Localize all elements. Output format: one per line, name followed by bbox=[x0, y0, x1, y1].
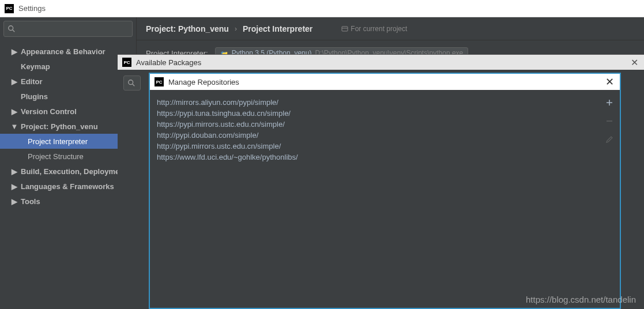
svg-rect-2 bbox=[342, 27, 348, 31]
sidebar-search-input[interactable] bbox=[3, 21, 133, 37]
pencil-icon bbox=[605, 135, 613, 144]
window-title: Settings bbox=[18, 4, 46, 13]
sidebar-item-plugins[interactable]: Plugins bbox=[0, 89, 136, 104]
minus-icon bbox=[605, 117, 613, 125]
chevron-right-icon: ▶ bbox=[12, 47, 17, 56]
manage-repositories-dialog: PC Manage Repositories ✕ http://mirrors.… bbox=[149, 73, 621, 309]
breadcrumb-main: Project: Python_venu bbox=[146, 24, 229, 33]
breadcrumb-sub: Project Interpreter bbox=[243, 24, 312, 33]
current-project-hint: For current project bbox=[341, 25, 407, 33]
pycharm-icon: PC bbox=[5, 4, 14, 13]
watermark: https://blog.csdn.net/tandelin bbox=[526, 295, 636, 304]
repos-toolbar bbox=[599, 90, 620, 308]
available-packages-title-bar[interactable]: PC Available Packages ✕ bbox=[118, 55, 644, 70]
sidebar-item-editor[interactable]: ▶ Editor bbox=[0, 74, 136, 89]
list-item[interactable]: https://pypi.tuna.tsinghua.edu.cn/simple… bbox=[157, 108, 592, 119]
sidebar-item-label: Project: Python_venu bbox=[21, 122, 98, 131]
sidebar-item-label: Plugins bbox=[21, 92, 48, 101]
available-packages-title: Available Packages bbox=[136, 58, 201, 67]
list-item[interactable]: http://pypi.mirrors.ustc.edu.cn/simple/ bbox=[157, 141, 592, 152]
pycharm-icon: PC bbox=[155, 77, 164, 86]
search-icon bbox=[127, 79, 135, 87]
list-item[interactable]: http://mirrors.aliyun.com/pypi/simple/ bbox=[157, 97, 592, 108]
list-item[interactable]: https://pypi.mirrors.ustc.edu.cn/simple/ bbox=[157, 119, 592, 130]
chevron-right-icon: ▶ bbox=[12, 182, 17, 191]
project-scope-icon bbox=[341, 25, 348, 32]
chevron-right-icon: ▶ bbox=[12, 77, 17, 86]
sidebar-item-tools[interactable]: ▶ Tools bbox=[0, 194, 136, 209]
sidebar-item-label: Tools bbox=[21, 197, 40, 206]
settings-tree: ▶ Appearance & Behavior Keymap ▶ Editor … bbox=[0, 40, 136, 309]
sidebar-item-appearance[interactable]: ▶ Appearance & Behavior bbox=[0, 44, 136, 59]
manage-repos-title-bar[interactable]: PC Manage Repositories ✕ bbox=[150, 74, 620, 90]
sidebar-item-label: Project Interpreter bbox=[28, 137, 88, 146]
sidebar-item-build[interactable]: ▶ Build, Execution, Deployment bbox=[0, 164, 136, 179]
close-icon[interactable]: ✕ bbox=[631, 57, 638, 68]
sidebar-item-project-structure[interactable]: Project Structure bbox=[0, 149, 136, 164]
sidebar-item-keymap[interactable]: Keymap bbox=[0, 59, 136, 74]
sidebar-item-label: Version Control bbox=[21, 107, 77, 116]
chevron-right-icon: ▶ bbox=[12, 107, 17, 116]
sidebar-item-label: Keymap bbox=[21, 62, 50, 71]
sidebar-item-label: Project Structure bbox=[28, 152, 84, 161]
plus-icon bbox=[605, 99, 613, 107]
breadcrumb: Project: Python_venu › Project Interpret… bbox=[137, 17, 644, 40]
edit-button[interactable] bbox=[602, 133, 616, 146]
sidebar-item-label: Languages & Frameworks bbox=[21, 182, 114, 191]
list-item[interactable]: https://www.lfd.uci.edu/~gohlke/pythonli… bbox=[157, 152, 592, 163]
svg-point-0 bbox=[9, 26, 13, 31]
manage-repos-title: Manage Repositories bbox=[168, 78, 239, 86]
manage-repos-body: http://mirrors.aliyun.com/pypi/simple/ h… bbox=[150, 90, 620, 308]
settings-title-bar: PC Settings bbox=[0, 0, 644, 17]
close-icon[interactable]: ✕ bbox=[605, 76, 614, 88]
svg-line-1 bbox=[13, 30, 15, 32]
repositories-list[interactable]: http://mirrors.aliyun.com/pypi/simple/ h… bbox=[150, 90, 599, 308]
remove-button[interactable] bbox=[602, 114, 616, 128]
sidebar-item-languages[interactable]: ▶ Languages & Frameworks bbox=[0, 179, 136, 194]
add-button[interactable] bbox=[602, 96, 616, 110]
sidebar-item-label: Build, Execution, Deployment bbox=[21, 167, 126, 176]
chevron-right-icon: ▶ bbox=[12, 197, 17, 206]
svg-point-4 bbox=[129, 80, 133, 85]
list-item[interactable]: http://pypi.douban.com/simple/ bbox=[157, 130, 592, 141]
sidebar-item-label: Editor bbox=[21, 77, 43, 86]
svg-line-5 bbox=[133, 84, 135, 86]
chevron-right-icon: ▶ bbox=[12, 167, 17, 176]
packages-search-input[interactable] bbox=[123, 76, 141, 91]
sidebar-item-project[interactable]: ▼ Project: Python_venu bbox=[0, 119, 136, 134]
search-icon bbox=[7, 25, 16, 33]
pycharm-icon: PC bbox=[122, 58, 131, 67]
sidebar-item-project-interpreter[interactable]: Project Interpreter bbox=[0, 134, 136, 149]
chevron-down-icon: ▼ bbox=[12, 122, 17, 131]
settings-sidebar: ▶ Appearance & Behavior Keymap ▶ Editor … bbox=[0, 17, 137, 309]
sidebar-item-label: Appearance & Behavior bbox=[21, 47, 106, 56]
sidebar-item-version-control[interactable]: ▶ Version Control bbox=[0, 104, 136, 119]
chevron-right-icon: › bbox=[235, 25, 237, 33]
